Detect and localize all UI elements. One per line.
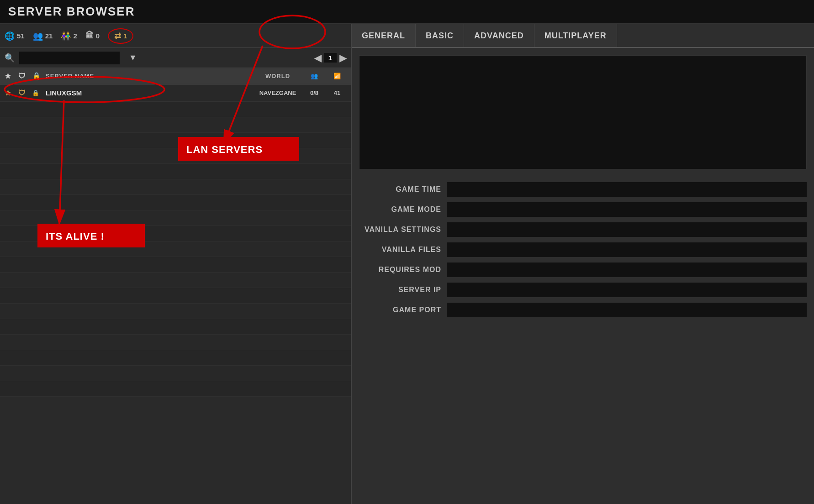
label-server-ip: SERVER IP [359,286,441,294]
value-game-port [447,303,807,317]
app-title: SERVER BROWSER [8,5,135,18]
server-players: 0/8 [301,89,328,96]
empty-row [0,133,351,148]
empty-row [0,366,351,381]
empty-row [0,102,351,117]
filter-tabs: 🌐 51 👥 21 👫 2 🏛 0 [5,28,346,44]
tab-favorites[interactable]: 🏛 0 [85,31,100,41]
server-shield-icon: 🛡 [18,89,32,97]
title-bar: SERVER BROWSER [0,0,814,24]
label-game-time: GAME TIME [359,185,441,194]
empty-row [0,210,351,226]
label-vanilla-files: VANILLA FILES [359,246,441,254]
empty-row [0,319,351,335]
prev-page-button[interactable]: ◀ [314,52,321,63]
label-game-port: GAME PORT [359,306,441,314]
info-row-game-mode: GAME MODE [359,201,807,218]
label-requires-mod: REQUIRES MOD [359,266,441,274]
server-star-icon[interactable]: ★ [5,89,18,97]
header-shield: 🛡 [18,72,32,80]
tab-advanced[interactable]: ADVANCED [464,24,534,47]
page-number: 1 [324,53,337,63]
tab-general[interactable]: GENERAL [352,24,416,47]
tab-multiplayer[interactable]: MULTIPLAYER [534,24,617,47]
tab-favorites-count: 0 [96,32,100,40]
server-lock-icon: 🔒 [32,89,46,96]
main-layout: 🌐 51 👥 21 👫 2 🏛 0 [0,24,814,504]
header-players: 👥 [301,73,328,79]
value-requires-mod [447,262,807,277]
server-info-panel: GAME TIME GAME MODE VANILLA SETTINGS VAN… [352,177,814,323]
server-name: LINUXGSM [46,89,255,97]
label-game-mode: GAME MODE [359,205,441,214]
tab-all-count: 51 [17,32,25,40]
tab-friends[interactable]: 👥 21 [33,31,53,41]
server-preview-image [359,55,807,169]
page-nav: ◀ 1 ▶ [314,52,346,63]
left-panel: 🌐 51 👥 21 👫 2 🏛 0 [0,24,352,504]
info-row-vanilla-files: VANILLA FILES [359,242,807,258]
info-row-requires-mod: REQUIRES MOD [359,262,807,278]
value-game-time [447,182,807,197]
empty-row [0,179,351,195]
filter-bar: 🌐 51 👥 21 👫 2 🏛 0 [0,24,351,48]
server-list: ★ 🛡 🔒 LINUXGSM NAVEZGANE 0/8 41 [0,84,351,504]
table-row[interactable]: ★ 🛡 🔒 LINUXGSM NAVEZGANE 0/8 41 [0,84,351,102]
info-row-vanilla-settings: VANILLA SETTINGS [359,221,807,238]
server-ping: 41 [328,89,346,96]
friends-icon: 👥 [33,31,43,41]
tab-recent-count: 2 [73,32,77,40]
search-icon[interactable]: 🔍 [5,53,15,63]
favorites-icon: 🏛 [85,31,94,41]
empty-row [0,226,351,242]
tab-recent[interactable]: 👫 2 [61,31,77,41]
empty-row [0,304,351,319]
header-ping: 📶 [328,73,346,79]
empty-row [0,195,351,210]
empty-row [0,335,351,350]
empty-row [0,148,351,164]
recent-icon: 👫 [61,31,71,41]
filter-icon[interactable]: ▼ [129,53,137,63]
value-game-mode [447,202,807,217]
tab-lan-count: 1 [123,32,127,40]
empty-row [0,350,351,366]
header-lock: 🔒 [32,72,46,80]
empty-row [0,288,351,304]
label-vanilla-settings: VANILLA SETTINGS [359,226,441,234]
value-vanilla-files [447,242,807,257]
next-page-button[interactable]: ▶ [339,52,346,63]
server-world: NAVEZGANE [255,89,301,96]
search-input[interactable] [19,52,120,64]
value-server-ip [447,283,807,297]
tab-all-servers[interactable]: 🌐 51 [5,31,25,41]
server-list-header: ★ 🛡 🔒 SERVER NAME WORLD 👥 📶 [0,68,351,84]
info-row-game-port: GAME PORT [359,302,807,318]
header-server-name[interactable]: SERVER NAME [46,73,255,79]
header-world[interactable]: WORLD [255,73,301,79]
tab-friends-count: 21 [45,32,53,40]
empty-row [0,273,351,288]
info-row-server-ip: SERVER IP [359,282,807,298]
empty-row [0,242,351,257]
right-panel: GENERAL BASIC ADVANCED MULTIPLAYER GAME … [352,24,814,504]
info-row-game-time: GAME TIME [359,181,807,198]
empty-row [0,164,351,179]
empty-row [0,381,351,397]
right-tabs: GENERAL BASIC ADVANCED MULTIPLAYER [352,24,814,48]
header-star: ★ [5,72,18,80]
globe-icon: 🌐 [5,31,15,41]
lan-icon: ⇄ [114,31,121,41]
value-vanilla-settings [447,222,807,237]
tab-basic[interactable]: BASIC [416,24,464,47]
search-bar: 🔍 ▼ ◀ 1 ▶ [0,48,351,68]
empty-row [0,117,351,133]
tab-lan[interactable]: ⇄ 1 [108,28,133,44]
empty-row [0,257,351,273]
